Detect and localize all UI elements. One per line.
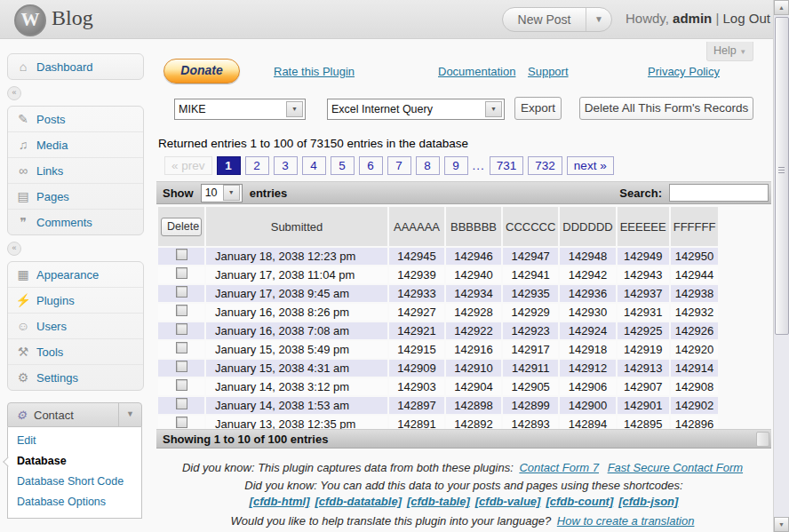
pagination-page-9[interactable]: 9 [444,156,468,175]
pagination-page-1[interactable]: 1 [217,156,241,175]
pagination-prev-button[interactable]: « prev [164,156,212,175]
collapse-arrow-icon[interactable]: « [7,86,21,100]
menu-separator: « [7,242,149,255]
row-checkbox[interactable] [176,398,187,409]
row-checkbox[interactable] [176,323,187,335]
donate-button[interactable]: Donate [163,59,240,83]
sidebar-item-users[interactable]: ☺ Users [8,313,143,338]
column-header-dddddd[interactable]: DDDDDD [560,207,615,246]
pagination-page-4[interactable]: 4 [302,156,326,175]
scrollbar-thumb[interactable] [775,17,789,335]
row-checkbox[interactable] [176,286,187,298]
username-link[interactable]: admin [673,11,712,26]
logout-link[interactable]: Log Out [723,11,770,26]
privacy-policy-link[interactable]: Privacy Policy [648,65,720,78]
submenu-item-database-options[interactable]: Database Options [8,492,141,512]
support-link[interactable]: Support [528,65,569,78]
sidebar-item-appearance[interactable]: ▦ Appearance [8,262,143,287]
shortcode-link[interactable]: [cfdb-html] [250,495,310,508]
value-cell: 142945 [389,248,444,265]
pagination-page-6[interactable]: 6 [359,156,383,175]
sidebar-item-comments[interactable]: ❞ Comments [8,209,143,234]
sidebar-item-label: Posts [36,113,66,126]
sidebar-item-posts[interactable]: ✎ Posts [8,107,143,131]
pagination-page-2[interactable]: 2 [245,156,269,175]
sidebar-item-label: Comments [36,216,92,229]
value-cell: 142897 [389,397,444,414]
column-header-ffffff[interactable]: FFFFFF [671,207,719,246]
form-select[interactable]: MIKE ▼ [174,99,306,120]
window-scrollbar[interactable]: ▲ ▼ [773,0,789,532]
row-checkbox[interactable] [176,249,187,260]
chevron-down-icon[interactable]: ▼ [118,403,141,426]
value-cell: 142912 [560,360,615,377]
submenu-item-database-short-code[interactable]: Database Short Code [8,472,141,492]
pagination-page-7[interactable]: 7 [387,156,411,175]
pagination-page-731[interactable]: 731 [490,156,524,175]
scroll-up-arrow-icon[interactable]: ▲ [774,0,789,15]
sidebar-item-dashboard[interactable]: ⌂ Dashboard [8,54,143,79]
scroll-down-arrow-icon[interactable]: ▼ [774,517,789,532]
plug-icon: ⚡ [14,293,32,307]
fast-secure-contact-form-link[interactable]: Fast Secure Contact Form [608,461,743,474]
value-cell: 142941 [503,266,558,283]
column-header-submitted[interactable]: Submitted [206,207,387,246]
new-post-dropdown[interactable]: New Post ▼ [502,7,612,32]
column-header-cccccc[interactable]: CCCCCC [503,207,558,246]
pagination-page-5[interactable]: 5 [331,156,355,175]
chevron-down-icon[interactable]: ▼ [586,8,611,31]
export-type-select[interactable]: Excel Internet Query ▼ [327,99,505,120]
submenu-item-edit[interactable]: Edit [8,431,141,451]
value-cell: 142928 [446,304,501,321]
checkbox-cell [158,397,204,414]
row-checkbox[interactable] [176,305,187,316]
delete-all-records-button[interactable]: Delete All This Form's Records [579,97,753,120]
row-checkbox[interactable] [176,379,187,391]
search-input[interactable] [669,184,769,202]
delete-button[interactable]: Delete [161,218,202,236]
pagination-page-8[interactable]: 8 [416,156,440,175]
shortcode-link[interactable]: [cfdb-table] [407,495,470,508]
sidebar-item-contact[interactable]: ⚙ Contact ▼ [7,402,142,427]
chevron-down-icon[interactable]: ▼ [485,101,502,117]
help-tab[interactable]: Help ▼ [706,42,753,61]
value-cell: 142944 [671,266,719,283]
row-checkbox[interactable] [176,267,187,279]
chevron-down-icon[interactable]: ▼ [223,185,240,201]
pagination-page-3[interactable]: 3 [274,156,298,175]
pagination-page-732[interactable]: 732 [528,156,562,175]
home-icon: ⌂ [14,60,32,74]
submenu-item-database[interactable]: Database [8,451,141,472]
shortcode-link[interactable]: [cfdb-json] [618,495,678,508]
sidebar-item-links[interactable]: ∞ Links [8,157,143,183]
pin-icon: ✎ [14,112,32,126]
column-header-aaaaaa[interactable]: AAAAAA [389,207,444,246]
sidebar-item-pages[interactable]: ▤ Pages [8,183,143,209]
value-cell: 142909 [389,360,444,377]
row-checkbox[interactable] [176,361,187,372]
per-page-select[interactable]: 10 ▼ [201,184,243,202]
sidebar-item-plugins[interactable]: ⚡ Plugins [8,287,143,313]
value-cell: 142904 [446,378,501,395]
value-cell: 142927 [389,304,444,321]
sidebar-item-media[interactable]: ♫ Media [8,131,143,157]
column-header-bbbbbb[interactable]: BBBBBB [446,207,501,246]
collapse-arrow-icon[interactable]: « [7,242,21,256]
documentation-link[interactable]: Documentation [438,65,515,78]
shortcode-link[interactable]: [cfdb-value] [475,495,541,508]
row-checkbox[interactable] [176,417,187,428]
create-translation-link[interactable]: How to create a translation [557,514,695,528]
rate-plugin-link[interactable]: Rate this Plugin [274,65,355,78]
pagination-next-button[interactable]: next » [567,156,614,175]
column-header-eeeeee[interactable]: EEEEEE [618,207,669,246]
site-title[interactable]: Blog [52,6,93,30]
sidebar-item-settings[interactable]: ⚙ Settings [8,364,143,390]
row-checkbox[interactable] [176,342,187,353]
footer-line2-text: Did you know: You can add this data to y… [156,479,771,492]
chevron-down-icon[interactable]: ▼ [286,101,303,117]
shortcode-link[interactable]: [cfdb-datatable] [315,495,402,508]
shortcode-link[interactable]: [cfdb-count] [546,495,613,508]
sidebar-item-tools[interactable]: ⚒ Tools [8,338,143,364]
export-button[interactable]: Export [514,97,562,120]
contact-form-7-link[interactable]: Contact Form 7 [519,461,599,474]
